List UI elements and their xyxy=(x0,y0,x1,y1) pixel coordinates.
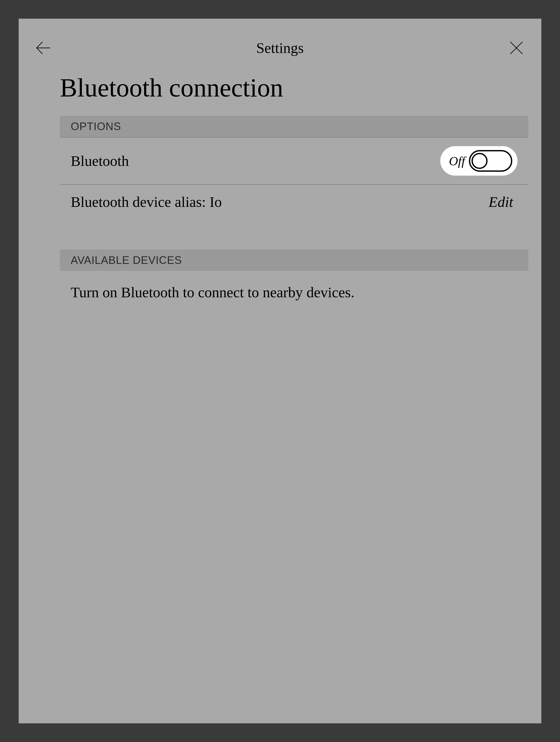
alias-row: Bluetooth device alias: Io Edit xyxy=(60,185,528,219)
back-icon[interactable] xyxy=(34,38,53,58)
bluetooth-label: Bluetooth xyxy=(71,152,129,169)
settings-panel: Settings Bluetooth connection OPTIONS Bl… xyxy=(19,19,541,723)
available-empty-message: Turn on Bluetooth to connect to nearby d… xyxy=(60,271,528,314)
toggle-knob xyxy=(471,153,488,169)
header-bar: Settings xyxy=(19,19,541,66)
page-title: Bluetooth connection xyxy=(32,66,528,116)
header-title: Settings xyxy=(256,40,304,57)
options-section: Bluetooth Off Bluetooth device alias: Io… xyxy=(60,138,528,219)
content-area: Bluetooth connection OPTIONS Bluetooth O… xyxy=(19,66,541,314)
section-gap xyxy=(32,219,528,250)
alias-label: Bluetooth device alias: Io xyxy=(71,194,222,211)
bluetooth-toggle[interactable]: Off xyxy=(440,146,517,176)
available-section: Turn on Bluetooth to connect to nearby d… xyxy=(60,271,528,314)
close-icon[interactable] xyxy=(507,38,526,58)
available-section-header: AVAILABLE DEVICES xyxy=(60,250,528,271)
options-section-header: OPTIONS xyxy=(60,116,528,137)
toggle-track xyxy=(469,150,512,172)
bluetooth-row: Bluetooth Off xyxy=(60,138,528,185)
edit-alias-button[interactable]: Edit xyxy=(489,194,517,211)
toggle-state-label: Off xyxy=(449,154,465,168)
